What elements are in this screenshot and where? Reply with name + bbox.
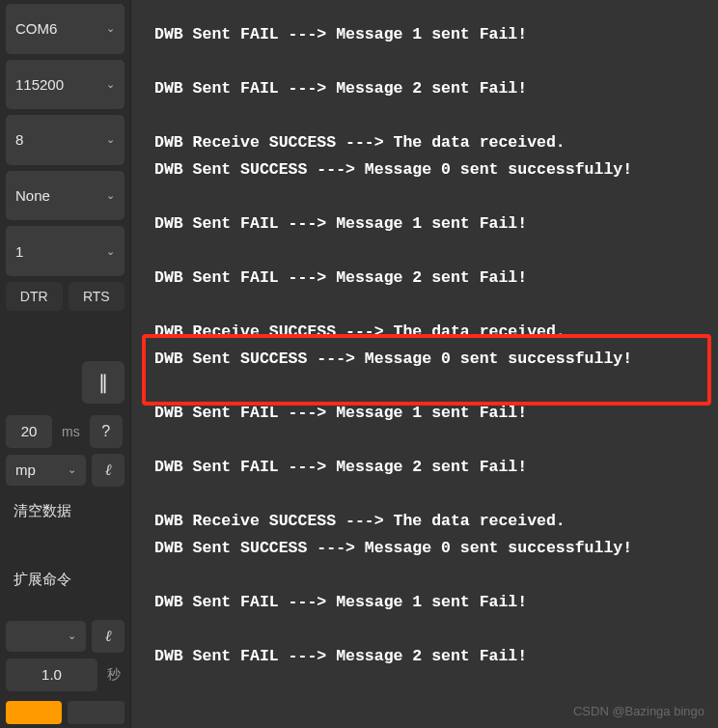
baud-value: 115200 [15, 76, 64, 93]
period-input[interactable]: 1.0 [6, 658, 97, 691]
watermark: CSDN @Bazinga bingo [573, 704, 704, 718]
parity-value: None [15, 187, 50, 204]
dtr-button[interactable]: DTR [6, 282, 63, 311]
interval-input[interactable]: 20 [6, 415, 52, 448]
sidebar: COM6 ⌄ 115200 ⌄ 8 ⌄ None ⌄ 1 ⌄ DTR RTS ∥… [0, 0, 131, 728]
chevron-down-icon: ⌄ [68, 630, 76, 642]
script-button[interactable]: ℓ [92, 454, 124, 487]
parity-select[interactable]: None ⌄ [6, 171, 124, 221]
color-swatch[interactable] [6, 701, 62, 724]
port-select[interactable]: COM6 ⌄ [6, 4, 124, 54]
color-extra[interactable] [68, 701, 124, 724]
interval-unit: ms [58, 424, 84, 439]
script-button-2[interactable]: ℓ [92, 620, 124, 653]
chevron-down-icon: ⌄ [106, 78, 115, 91]
chevron-down-icon: ⌄ [106, 189, 115, 202]
ext-cmd-button[interactable]: 扩展命令 [6, 561, 124, 599]
chevron-down-icon: ⌄ [106, 133, 115, 146]
rts-button[interactable]: RTS [69, 282, 125, 311]
period-unit: 秒 [103, 666, 124, 684]
encoding-select[interactable]: mp ⌄ [6, 455, 86, 486]
pause-button[interactable]: ∥ [82, 361, 124, 404]
log-output: DWB Sent FAIL ---> Message 1 sent Fail! … [131, 0, 718, 728]
chevron-down-icon: ⌄ [106, 22, 115, 35]
databits-value: 8 [15, 131, 23, 148]
port-value: COM6 [15, 20, 57, 37]
clear-data-button[interactable]: 清空数据 [6, 492, 124, 530]
encoding-value: mp [15, 462, 36, 478]
pause-icon: ∥ [98, 371, 108, 394]
chevron-down-icon: ⌄ [106, 245, 115, 258]
stopbits-value: 1 [15, 243, 23, 260]
mode-select[interactable]: ⌄ [6, 621, 86, 652]
help-button[interactable]: ? [90, 415, 123, 448]
chevron-down-icon: ⌄ [68, 463, 76, 476]
databits-select[interactable]: 8 ⌄ [6, 115, 124, 165]
stopbits-select[interactable]: 1 ⌄ [6, 226, 124, 276]
baud-select[interactable]: 115200 ⌄ [6, 60, 124, 110]
